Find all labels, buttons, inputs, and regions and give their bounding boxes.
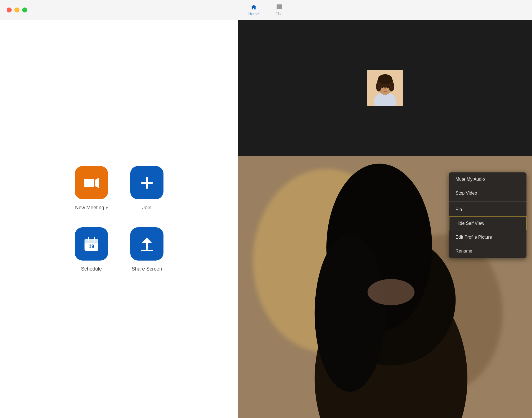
window-controls (0, 7, 27, 12)
tab-home-label: Home (249, 12, 259, 16)
join-icon-bg (130, 166, 163, 199)
svg-point-21 (378, 74, 392, 84)
share-screen-label-container: Share Screen (132, 266, 162, 272)
svg-rect-10 (94, 237, 95, 241)
mute-audio-menu-item[interactable]: Mute My Audio (449, 172, 526, 186)
hide-self-view-menu-item[interactable]: Hide Self View (449, 216, 526, 230)
schedule-icon-bg: 19 (75, 227, 108, 261)
tab-chat-label: Chat (275, 12, 284, 16)
maximize-button[interactable] (22, 7, 27, 12)
participant-avatar (367, 70, 403, 106)
video-bottom: Mute My Audio Stop Video Pin Hide Self V… (238, 156, 532, 418)
svg-rect-7 (85, 239, 98, 243)
svg-point-32 (367, 279, 415, 305)
svg-rect-9 (88, 237, 89, 241)
calendar-icon: 19 (83, 236, 99, 252)
schedule-label: Schedule (81, 266, 102, 272)
video-camera-icon (83, 177, 100, 189)
rename-label: Rename (456, 249, 472, 254)
join-action[interactable]: Join (130, 166, 163, 211)
tab-home[interactable]: Home (249, 4, 259, 16)
mute-audio-label: Mute My Audio (456, 177, 485, 182)
nav-tabs: Home Chat (249, 4, 284, 16)
tab-chat[interactable]: Chat (275, 4, 284, 16)
share-screen-label: Share Screen (132, 266, 162, 272)
svg-point-23 (387, 86, 389, 88)
svg-point-22 (382, 86, 383, 88)
edit-profile-picture-menu-item[interactable]: Edit Profile Picture (449, 230, 526, 244)
video-top (238, 20, 532, 156)
home-panel: New Meeting ▾ Join (0, 20, 238, 418)
schedule-label-container: Schedule (81, 266, 102, 272)
context-menu-divider-1 (449, 201, 526, 202)
svg-rect-11 (146, 243, 148, 250)
participant-thumbnail (367, 70, 403, 106)
share-screen-action[interactable]: Share Screen (130, 227, 163, 272)
new-meeting-label-container: New Meeting ▾ (75, 205, 108, 211)
new-meeting-label: New Meeting (75, 205, 104, 211)
new-meeting-icon-bg (75, 166, 108, 199)
title-bar: Home Chat (0, 0, 532, 20)
stop-video-label: Stop Video (456, 191, 477, 196)
edit-profile-picture-label: Edit Profile Picture (456, 235, 492, 240)
share-screen-icon-bg (130, 227, 163, 261)
stop-video-menu-item[interactable]: Stop Video (449, 186, 526, 200)
actions-grid: New Meeting ▾ Join (75, 166, 163, 272)
svg-point-24 (384, 88, 386, 89)
close-button[interactable] (7, 7, 12, 12)
plus-icon (139, 175, 155, 190)
svg-rect-0 (84, 179, 94, 187)
pin-label: Pin (456, 207, 462, 212)
context-menu: Mute My Audio Stop Video Pin Hide Self V… (449, 172, 526, 258)
minimize-button[interactable] (14, 7, 19, 12)
svg-text:19: 19 (89, 244, 94, 249)
new-meeting-action[interactable]: New Meeting ▾ (75, 166, 108, 211)
schedule-action[interactable]: 19 Schedule (75, 227, 108, 272)
main-area: New Meeting ▾ Join (0, 20, 532, 418)
pin-menu-item[interactable]: Pin (449, 203, 526, 216)
svg-point-31 (315, 235, 385, 392)
svg-rect-13 (141, 250, 153, 251)
share-screen-icon (139, 236, 155, 252)
join-label: Join (142, 205, 151, 211)
svg-rect-3 (141, 182, 153, 184)
hide-self-view-label: Hide Self View (456, 221, 484, 226)
join-label-container: Join (142, 205, 151, 211)
new-meeting-chevron: ▾ (106, 206, 108, 210)
rename-menu-item[interactable]: Rename (449, 244, 526, 258)
participant-thumbnail-image (367, 70, 403, 106)
svg-marker-1 (95, 178, 99, 188)
svg-marker-12 (142, 238, 152, 243)
video-panel: Mute My Audio Stop Video Pin Hide Self V… (238, 20, 532, 418)
